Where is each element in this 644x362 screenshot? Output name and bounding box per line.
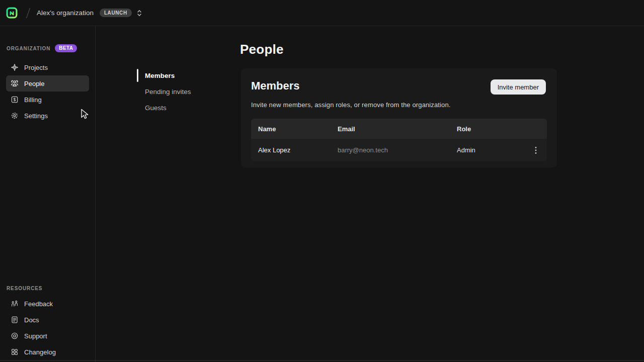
people-subnav: Members Pending invites Guests: [137, 67, 227, 116]
resources-section: RESOURCES Feedback Docs Support: [0, 286, 95, 360]
header-email: Email: [338, 125, 457, 133]
resources-section-header: RESOURCES: [7, 286, 89, 291]
invite-member-button[interactable]: Invite member: [491, 79, 546, 95]
sidebar: ORGANIZATION BETA Projects People: [0, 26, 96, 362]
sidebar-item-feedback[interactable]: Feedback: [6, 296, 89, 312]
header-role: Role: [457, 125, 525, 133]
feedback-icon: [11, 300, 19, 308]
sidebar-item-billing[interactable]: Billing: [6, 92, 89, 108]
beta-badge: BETA: [55, 44, 77, 52]
settings-icon: [11, 112, 19, 120]
chevron-up-down-icon: [136, 9, 142, 17]
members-table: Name Email Role Alex Lopez barry@neon.te…: [251, 119, 547, 161]
kebab-menu-icon: [535, 146, 537, 154]
support-icon: [11, 332, 19, 340]
docs-icon: [11, 316, 19, 324]
topbar: Alex's organization LAUNCH: [0, 0, 644, 26]
members-card-header: Members Invite member: [241, 68, 557, 95]
tab-pending-invites[interactable]: Pending invites: [137, 83, 227, 100]
neon-logo-icon[interactable]: [6, 7, 18, 19]
members-card-title: Members: [251, 79, 300, 93]
sidebar-item-people[interactable]: People: [6, 75, 89, 92]
org-switcher[interactable]: Alex's organization LAUNCH: [37, 9, 142, 17]
main-content: People Members Pending invites Guests Me…: [96, 26, 644, 362]
breadcrumb-slash: [26, 7, 31, 20]
tab-members[interactable]: Members: [137, 67, 227, 83]
changelog-icon: [11, 348, 19, 356]
sidebar-item-support[interactable]: Support: [6, 328, 89, 344]
member-name: Alex Lopez: [251, 146, 338, 154]
plan-badge: LAUNCH: [100, 9, 132, 17]
people-icon: [11, 79, 19, 87]
table-row: Alex Lopez barry@neon.tech Admin: [251, 139, 547, 161]
resources-section-label: RESOURCES: [7, 286, 42, 291]
member-role: Admin: [457, 146, 525, 154]
sidebar-item-projects[interactable]: Projects: [6, 59, 89, 75]
sidebar-item-settings[interactable]: Settings: [6, 108, 89, 124]
page-title: People: [240, 42, 284, 57]
members-card-description: Invite new members, assign roles, or rem…: [251, 101, 547, 109]
header-name: Name: [251, 125, 338, 133]
sidebar-item-docs[interactable]: Docs: [6, 312, 89, 328]
organization-section-header: ORGANIZATION BETA: [7, 44, 89, 52]
members-table-header: Name Email Role: [251, 119, 547, 139]
organization-section-label: ORGANIZATION: [7, 46, 50, 51]
row-actions-button[interactable]: [529, 144, 542, 157]
window-bottom-edge: [0, 360, 644, 361]
sidebar-item-changelog[interactable]: Changelog: [6, 344, 89, 360]
member-email: barry@neon.tech: [338, 146, 457, 154]
billing-icon: [11, 96, 19, 104]
tab-guests[interactable]: Guests: [137, 100, 227, 116]
organization-nav: Projects People Billing Settings: [0, 59, 95, 124]
org-name: Alex's organization: [37, 9, 94, 17]
members-card: Members Invite member Invite new members…: [241, 68, 557, 167]
projects-icon: [11, 63, 19, 71]
